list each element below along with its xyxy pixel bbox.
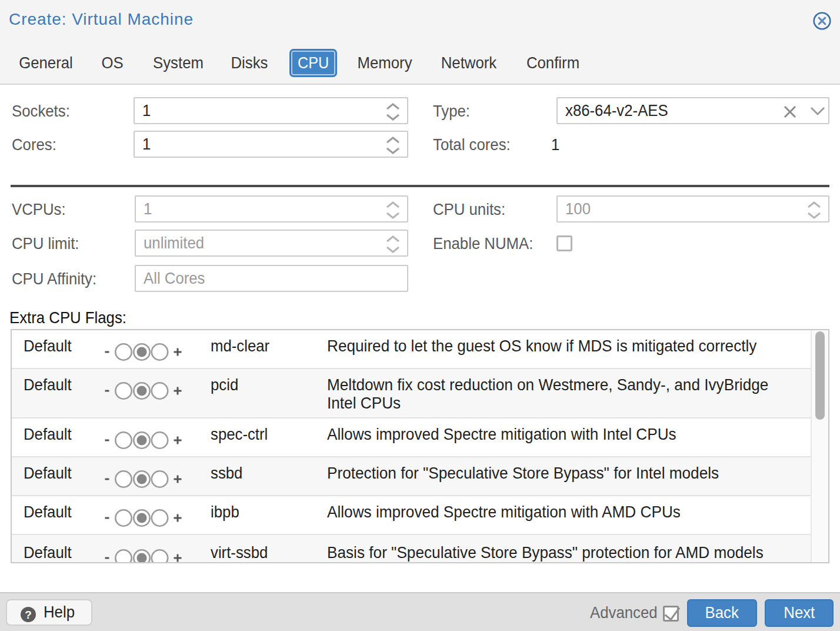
svg-text:?: ? [25,609,32,621]
